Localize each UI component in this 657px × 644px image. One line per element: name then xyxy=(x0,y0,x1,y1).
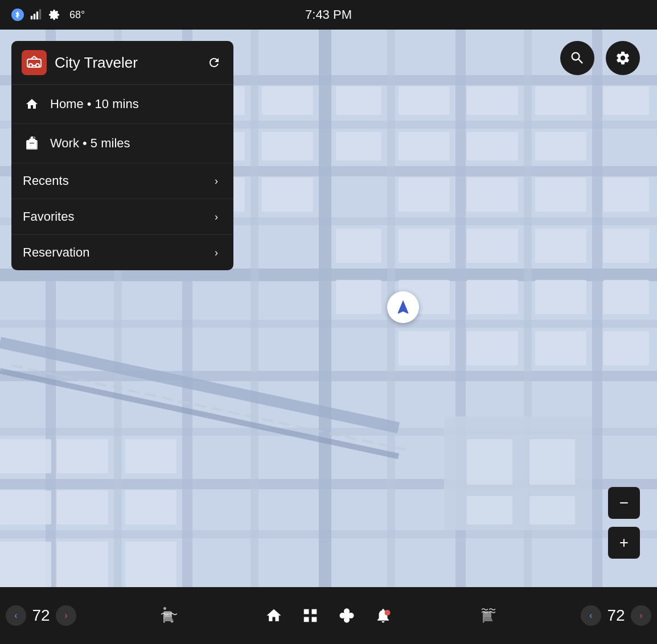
work-nav-item[interactable]: Work • 5 miles xyxy=(11,124,233,163)
svg-rect-74 xyxy=(57,439,108,473)
svg-rect-3 xyxy=(36,11,38,19)
svg-rect-2 xyxy=(34,14,35,19)
bottom-notification-button[interactable] xyxy=(371,603,396,628)
system-settings-icon xyxy=(48,9,60,21)
status-time: 7:43 PM xyxy=(305,7,352,22)
signal-icon xyxy=(30,9,42,21)
svg-rect-1 xyxy=(31,16,32,20)
svg-rect-32 xyxy=(467,86,518,115)
svg-rect-55 xyxy=(399,229,450,263)
svg-rect-48 xyxy=(467,177,518,212)
svg-rect-50 xyxy=(603,177,649,212)
work-label: Work • 5 miles xyxy=(50,136,222,151)
map-area: City Traveler Home • 10 mins xyxy=(0,30,657,587)
svg-rect-66 xyxy=(535,331,586,365)
svg-rect-67 xyxy=(603,331,649,365)
svg-rect-70 xyxy=(529,439,575,485)
bluetooth-icon xyxy=(11,9,24,21)
svg-rect-72 xyxy=(529,496,575,525)
svg-rect-88 xyxy=(30,143,34,145)
home-label: Home • 10 mins xyxy=(50,97,222,112)
svg-rect-40 xyxy=(399,132,450,160)
svg-rect-65 xyxy=(467,331,518,365)
nav-header: City Traveler xyxy=(11,41,233,85)
svg-rect-93 xyxy=(304,617,309,622)
right-temp-decrease-button[interactable]: ‹ xyxy=(581,605,601,626)
svg-rect-30 xyxy=(336,86,381,115)
bottom-bar: ‹ 72 › 〜〜 xyxy=(0,587,657,644)
svg-text:〜〜: 〜〜 xyxy=(161,609,178,619)
svg-rect-59 xyxy=(336,280,381,314)
reservation-nav-item[interactable]: Reservation › xyxy=(11,235,233,270)
svg-rect-63 xyxy=(603,280,649,314)
svg-rect-56 xyxy=(467,229,518,263)
svg-rect-42 xyxy=(535,132,586,160)
svg-rect-91 xyxy=(304,609,309,614)
svg-rect-57 xyxy=(535,229,586,263)
svg-rect-46 xyxy=(262,177,313,212)
svg-rect-25 xyxy=(592,30,602,587)
svg-rect-21 xyxy=(319,30,331,587)
status-bar: 68° 7:43 PM xyxy=(0,0,657,30)
left-temperature-value: 72 xyxy=(30,606,52,625)
svg-rect-76 xyxy=(0,490,51,525)
svg-rect-73 xyxy=(0,439,51,473)
svg-rect-80 xyxy=(57,542,108,587)
right-temp-increase-button[interactable]: › xyxy=(631,605,651,626)
svg-rect-34 xyxy=(603,86,649,115)
recents-nav-item[interactable]: Recents › xyxy=(11,163,233,199)
svg-rect-94 xyxy=(312,617,317,622)
favorites-label: Favorites xyxy=(23,209,211,224)
right-temperature-value: 72 xyxy=(605,606,627,625)
favorites-nav-item[interactable]: Favorites › xyxy=(11,199,233,235)
favorites-chevron-icon: › xyxy=(211,211,222,222)
svg-rect-58 xyxy=(603,229,649,263)
reservation-chevron-icon: › xyxy=(211,247,222,258)
svg-rect-71 xyxy=(467,496,512,525)
svg-rect-29 xyxy=(262,86,313,115)
zoom-in-button[interactable]: + xyxy=(608,527,640,559)
rear-heat-button[interactable]: 〜〜 〜〜 xyxy=(476,603,501,628)
svg-point-96 xyxy=(385,610,391,616)
heated-seat-left-button[interactable]: 〜〜 xyxy=(157,603,182,628)
map-settings-button[interactable] xyxy=(606,41,640,75)
left-temp-decrease-button[interactable]: ‹ xyxy=(6,605,26,626)
bottom-home-button[interactable] xyxy=(261,603,286,628)
bottom-grid-button[interactable] xyxy=(298,603,323,628)
recents-chevron-icon: › xyxy=(211,175,222,187)
home-icon xyxy=(23,95,41,113)
status-temperature: 68° xyxy=(69,9,85,21)
recents-label: Recents xyxy=(23,174,211,188)
app-title: City Traveler xyxy=(55,54,205,72)
status-left: 68° xyxy=(11,9,85,21)
svg-rect-79 xyxy=(0,542,51,587)
nav-panel: City Traveler Home • 10 mins xyxy=(11,41,233,270)
work-icon xyxy=(23,134,41,152)
bottom-fan-button[interactable] xyxy=(334,603,359,628)
svg-rect-92 xyxy=(312,609,317,614)
svg-rect-64 xyxy=(399,331,450,365)
zoom-out-button[interactable]: − xyxy=(608,487,640,519)
location-marker xyxy=(387,291,419,323)
search-button[interactable] xyxy=(560,41,594,75)
bottom-nav-items xyxy=(261,603,396,628)
svg-rect-62 xyxy=(535,280,586,314)
svg-rect-78 xyxy=(125,490,176,525)
svg-rect-69 xyxy=(467,439,512,485)
svg-point-84 xyxy=(36,64,39,67)
svg-rect-38 xyxy=(262,132,313,160)
refresh-button[interactable] xyxy=(205,53,223,72)
svg-rect-47 xyxy=(399,177,450,212)
svg-rect-41 xyxy=(467,132,518,160)
home-nav-item[interactable]: Home • 10 mins xyxy=(11,85,233,124)
reservation-label: Reservation xyxy=(23,245,211,260)
svg-rect-33 xyxy=(535,86,586,115)
svg-rect-77 xyxy=(57,490,108,525)
svg-rect-4 xyxy=(39,9,41,19)
svg-rect-89 xyxy=(30,145,32,146)
svg-rect-61 xyxy=(467,280,518,314)
left-temp-increase-button[interactable]: › xyxy=(56,605,76,626)
svg-rect-75 xyxy=(125,439,176,473)
svg-rect-49 xyxy=(535,177,586,212)
svg-rect-39 xyxy=(336,132,381,160)
